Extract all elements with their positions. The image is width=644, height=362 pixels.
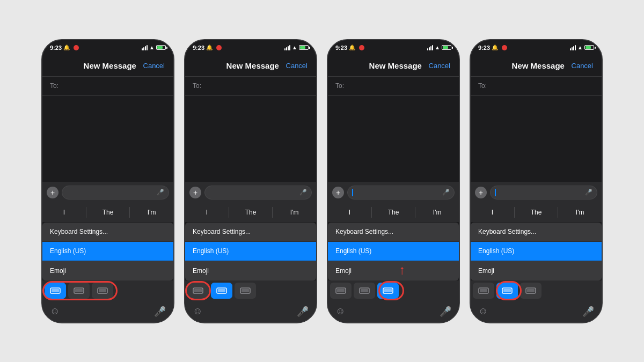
cancel-button-3[interactable]: Cancel <box>429 62 450 70</box>
keyboard-settings-3[interactable]: Keyboard Settings... <box>328 223 459 242</box>
svg-rect-19 <box>480 289 487 292</box>
status-bar-1: 9:23 🔔 ▲ <box>42 40 173 55</box>
cancel-button-2[interactable]: Cancel <box>286 62 308 70</box>
cancel-button-4[interactable]: Cancel <box>572 62 593 70</box>
signal-icon-1 <box>142 45 148 50</box>
nav-bar-2: New Message Cancel <box>185 55 316 77</box>
bottom-bar-3: ☺ 🎤 <box>328 301 459 322</box>
size-btn-medium-1[interactable] <box>68 283 90 299</box>
prediction-i-2[interactable]: I <box>185 209 229 216</box>
input-bar-1: + 🎤 <box>42 182 173 203</box>
keyboard-settings-2[interactable]: Keyboard Settings... <box>185 223 316 242</box>
plus-button-3[interactable]: + <box>332 187 344 198</box>
svg-rect-11 <box>241 289 249 292</box>
size-btn-large-2[interactable] <box>235 283 256 299</box>
size-btn-large-3[interactable] <box>377 283 399 299</box>
prediction-i-4[interactable]: I <box>471 209 514 216</box>
emoji-icon-4[interactable]: ☺ <box>478 306 488 317</box>
mic-small-icon-1: 🎤 <box>157 189 164 196</box>
keyboard-settings-1[interactable]: Keyboard Settings... <box>42 223 173 242</box>
message-area-4[interactable] <box>471 96 602 182</box>
input-bar-2: + 🎤 <box>185 182 316 203</box>
svg-rect-9 <box>218 289 225 292</box>
message-area-2[interactable] <box>185 96 316 182</box>
size-btn-small-3[interactable] <box>330 283 352 299</box>
english-us-3[interactable]: English (US) <box>328 242 459 261</box>
prediction-im-3[interactable]: I'm <box>415 209 459 216</box>
emoji-3[interactable]: Emoji <box>328 261 459 280</box>
nav-title-1: New Message <box>84 61 136 70</box>
nav-bar-4: New Message Cancel <box>471 55 602 77</box>
prediction-bar-4: I The I'm <box>471 203 602 223</box>
nav-bar-3: New Message Cancel <box>328 55 459 77</box>
phone-2: 9:23 🔔 ▲ New Message Cancel To: + 🎤 I Th… <box>184 39 317 323</box>
plus-button-4[interactable]: + <box>475 187 487 198</box>
to-label-2: To: <box>193 82 201 90</box>
keyboard-settings-4[interactable]: Keyboard Settings... <box>471 223 602 242</box>
mic-icon-2[interactable]: 🎤 <box>297 306 309 317</box>
prediction-the-1[interactable]: The <box>86 209 130 216</box>
status-right-1: ▲ <box>142 45 166 50</box>
size-btn-medium-4[interactable] <box>496 283 518 299</box>
english-us-2[interactable]: English (US) <box>185 242 316 261</box>
english-us-1[interactable]: English (US) <box>42 242 173 261</box>
size-btn-large-1[interactable] <box>92 283 113 299</box>
to-field-3: To: <box>328 77 459 96</box>
prediction-the-4[interactable]: The <box>515 209 558 216</box>
emoji-icon-1[interactable]: ☺ <box>50 306 60 317</box>
english-us-4[interactable]: English (US) <box>471 242 602 261</box>
prediction-bar-3: I The I'm <box>328 203 459 223</box>
prediction-im-1[interactable]: I'm <box>130 209 173 216</box>
bottom-bar-1: ☺ 🎤 <box>42 301 173 322</box>
size-btn-large-4[interactable] <box>520 283 541 299</box>
keyboard-size-row-4 <box>471 280 602 301</box>
emoji-1[interactable]: Emoji <box>42 261 173 280</box>
battery-icon-1 <box>156 45 166 50</box>
emoji-4[interactable]: Emoji <box>471 261 602 280</box>
prediction-im-2[interactable]: I'm <box>273 209 316 216</box>
bottom-bar-4: ☺ 🎤 <box>471 301 602 322</box>
message-input-2[interactable]: 🎤 <box>204 186 312 200</box>
phone-4: 9:23 🔔 ▲ New Message Cancel To: + 🎤 I Th… <box>470 39 603 323</box>
size-btn-medium-2[interactable] <box>211 283 232 299</box>
svg-rect-21 <box>503 289 511 292</box>
size-btn-small-2[interactable] <box>187 283 209 299</box>
prediction-im-4[interactable]: I'm <box>558 209 602 216</box>
bell-icon-1: 🔔 <box>63 45 70 50</box>
status-time-4: 9:23 🔔 <box>478 45 507 51</box>
phone-3: 9:23 🔔 ▲ New Message Cancel To: + 🎤 I Th… <box>327 39 460 323</box>
keyboard-size-row-1 <box>42 280 173 301</box>
size-btn-medium-3[interactable] <box>354 283 375 299</box>
message-area-3[interactable] <box>328 96 459 182</box>
mic-icon-1[interactable]: 🎤 <box>154 306 166 317</box>
mic-icon-4[interactable]: 🎤 <box>582 306 594 317</box>
emoji-icon-3[interactable]: ☺ <box>335 306 345 317</box>
cancel-button-1[interactable]: Cancel <box>143 62 165 70</box>
to-label-1: To: <box>50 82 58 90</box>
context-menu-4: Keyboard Settings... English (US) Emoji <box>471 223 602 280</box>
message-input-4[interactable]: 🎤 <box>490 186 597 200</box>
emoji-icon-2[interactable]: ☺ <box>193 306 202 317</box>
status-time-1: 9:23 🔔 <box>50 45 79 51</box>
prediction-the-3[interactable]: The <box>372 209 415 216</box>
svg-rect-23 <box>527 289 535 292</box>
cursor-4 <box>495 189 496 196</box>
message-area-1[interactable] <box>42 96 173 182</box>
prediction-i-1[interactable]: I <box>42 209 86 216</box>
message-input-1[interactable]: 🎤 <box>62 186 169 200</box>
plus-button-2[interactable]: + <box>189 187 201 198</box>
signal-icon-3 <box>427 45 433 50</box>
bottom-bar-2: ☺ 🎤 <box>185 301 316 322</box>
plus-button-1[interactable]: + <box>47 187 58 198</box>
mic-icon-3[interactable]: 🎤 <box>440 306 451 317</box>
status-bar-2: 9:23 🔔 ▲ <box>185 40 316 55</box>
size-btn-small-4[interactable] <box>473 283 494 299</box>
prediction-i-3[interactable]: I <box>328 209 371 216</box>
size-btn-small-1[interactable] <box>45 283 66 299</box>
emoji-2[interactable]: Emoji <box>185 261 316 280</box>
prediction-the-2[interactable]: The <box>229 209 273 216</box>
context-menu-2: Keyboard Settings... English (US) Emoji <box>185 223 316 280</box>
status-time-2: 9:23 🔔 <box>193 45 222 51</box>
status-dot-1 <box>74 45 79 50</box>
message-input-3[interactable]: 🎤 <box>347 186 455 200</box>
